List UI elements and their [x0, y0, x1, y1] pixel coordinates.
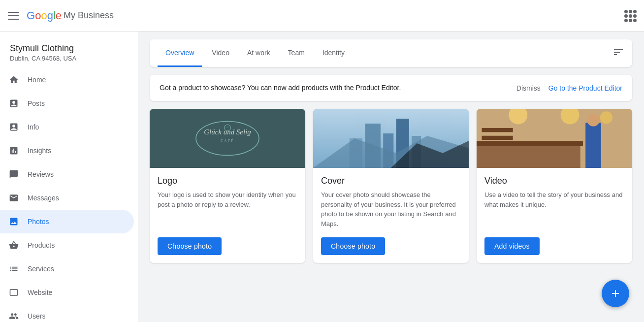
tab-overview[interactable]: Overview [158, 39, 202, 67]
logo-choose-photo-button[interactable]: Choose photo [158, 237, 222, 255]
svg-point-19 [587, 114, 599, 126]
sidebar-item-products[interactable]: Products [0, 233, 134, 257]
services-icon [8, 263, 20, 275]
video-card: Video Use a video to tell the story of y… [477, 109, 632, 263]
svg-text:Glück und Selig: Glück und Selig [204, 128, 251, 136]
promo-actions: Dismiss Go to the Product Editor [516, 84, 622, 92]
cards-grid: Glück und Selig CAFÉ Logo Your logo is u… [150, 109, 632, 263]
products-icon [8, 239, 20, 251]
svg-rect-17 [477, 141, 583, 146]
video-placeholder [477, 109, 632, 168]
video-card-title: Video [484, 176, 624, 186]
main-content: Overview Video At work Team Identity Got… [138, 32, 644, 322]
sidebar-item-home[interactable]: Home [0, 68, 134, 92]
tabs-list: Overview Video At work Team Identity [158, 39, 612, 67]
sidebar-item-photos[interactable]: Photos [0, 210, 134, 233]
cover-card-body: Cover Your cover photo should showcase t… [313, 168, 469, 263]
sidebar-item-users[interactable]: Users [0, 304, 134, 322]
svg-point-15 [600, 111, 612, 124]
services-label: Services [28, 265, 54, 273]
promo-text: Got a product to showcase? You can now a… [160, 83, 509, 93]
business-name: Stymuli Clothing [10, 43, 128, 54]
posts-icon [8, 97, 20, 109]
promo-banner: Got a product to showcase? You can now a… [150, 75, 632, 101]
sidebar: Stymuli Clothing Dublin, CA 94568, USA H… [0, 32, 138, 322]
sort-icon[interactable] [612, 46, 624, 61]
posts-label: Posts [28, 99, 45, 107]
tab-team[interactable]: Team [280, 39, 313, 67]
cover-card-desc: Your cover photo should showcase the per… [321, 190, 461, 229]
tab-identity[interactable]: Identity [315, 39, 353, 67]
logo-card: Glück und Selig CAFÉ Logo Your logo is u… [150, 109, 305, 263]
logo-card-image: Glück und Selig CAFÉ [150, 109, 305, 168]
messages-label: Messages [28, 194, 59, 202]
insights-label: Insights [28, 147, 51, 155]
menu-icon[interactable] [8, 12, 19, 20]
users-icon [8, 310, 20, 322]
users-label: Users [28, 312, 46, 320]
sidebar-item-website[interactable]: Website [0, 281, 134, 304]
home-label: Home [28, 76, 46, 84]
video-card-desc: Use a video to tell the story of your bu… [484, 190, 624, 229]
sidebar-item-messages[interactable]: Messages [0, 186, 134, 210]
svg-text:CAFÉ: CAFÉ [221, 138, 234, 143]
business-address: Dublin, CA 94568, USA [10, 55, 128, 62]
logo-card-body: Logo Your logo is used to show your iden… [150, 168, 305, 263]
svg-rect-16 [477, 144, 580, 168]
google-logo: Google My Business [27, 9, 114, 22]
video-card-image [477, 109, 632, 168]
product-editor-link[interactable]: Go to the Product Editor [548, 84, 622, 92]
info-label: Info [28, 123, 39, 131]
sidebar-item-reviews[interactable]: Reviews [0, 162, 134, 186]
svg-rect-18 [585, 123, 601, 168]
svg-rect-20 [482, 128, 513, 132]
business-info: Stymuli Clothing Dublin, CA 94568, USA [0, 35, 138, 68]
cover-card: Cover Your cover photo should showcase t… [313, 109, 469, 263]
home-icon [8, 74, 20, 86]
website-label: Website [28, 289, 52, 296]
logo-placeholder: Glück und Selig CAFÉ [150, 109, 305, 168]
svg-point-0 [196, 121, 259, 155]
sidebar-item-insights[interactable]: Insights [0, 139, 134, 162]
dismiss-button[interactable]: Dismiss [516, 84, 541, 92]
info-icon [8, 121, 20, 133]
photos-label: Photos [28, 218, 49, 225]
apps-icon[interactable] [624, 10, 636, 22]
products-label: Products [28, 241, 55, 249]
sidebar-item-posts[interactable]: Posts [0, 92, 134, 115]
tab-video[interactable]: Video [204, 39, 237, 67]
sidebar-item-services[interactable]: Services [0, 257, 134, 281]
svg-rect-21 [482, 136, 513, 140]
cover-card-image [313, 109, 469, 168]
cover-placeholder [313, 109, 469, 168]
logo-card-desc: Your logo is used to show your identity … [158, 190, 297, 229]
reviews-label: Reviews [28, 170, 54, 178]
website-icon [8, 287, 20, 298]
tabs-card: Overview Video At work Team Identity [150, 39, 632, 67]
cover-card-title: Cover [321, 176, 461, 186]
insights-icon [8, 145, 20, 157]
messages-icon [8, 192, 20, 204]
video-card-body: Video Use a video to tell the story of y… [477, 168, 632, 263]
sidebar-item-info[interactable]: Info [0, 115, 134, 139]
add-videos-button[interactable]: Add videos [484, 237, 540, 255]
logo-card-title: Logo [158, 176, 297, 186]
tab-at-work[interactable]: At work [239, 39, 278, 67]
cover-choose-photo-button[interactable]: Choose photo [321, 237, 385, 255]
topbar: Google My Business [0, 0, 644, 32]
photos-icon [8, 216, 20, 227]
fab-add-button[interactable] [602, 280, 629, 307]
reviews-icon [8, 168, 20, 180]
app-title: My Business [64, 10, 114, 21]
